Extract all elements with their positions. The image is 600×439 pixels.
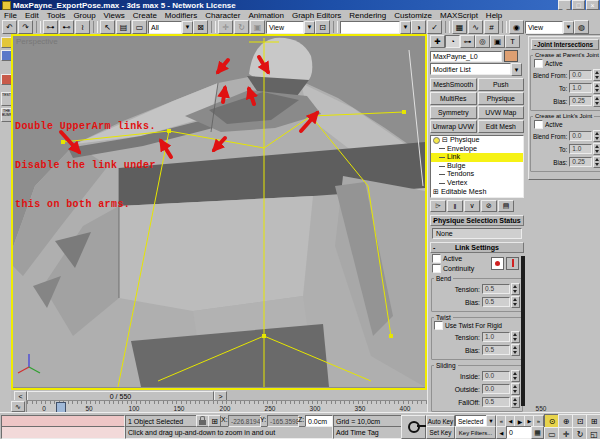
mini-curve-editor-icon[interactable]: ∿	[11, 401, 25, 412]
pin-stack-icon[interactable]: ⌲	[430, 200, 446, 212]
link-settings-rollout-header[interactable]: - Link Settings	[430, 242, 524, 253]
close-button[interactable]: ×	[586, 0, 599, 10]
spinner-icon[interactable]	[511, 344, 520, 356]
parent-blend-from-field[interactable]: 0.0	[569, 70, 592, 80]
selection-filter-arrow-icon[interactable]: ▼	[182, 21, 193, 34]
title-bar[interactable]: MaxPayne_ExportPose.max - 3ds max 5 - Ne…	[0, 0, 600, 10]
twist-bias-field[interactable]: 0.5	[482, 345, 510, 355]
stack-item-physique[interactable]: ⊟ Physique	[431, 136, 523, 145]
link-bias-field[interactable]: 0.25	[569, 157, 592, 167]
symmetry-button[interactable]: Symmetry	[430, 106, 477, 119]
render-type-dropdown[interactable]: View	[525, 21, 563, 34]
layer-manager-icon[interactable]: ▦	[452, 20, 467, 34]
select-and-rotate-icon[interactable]: ↻	[234, 20, 249, 34]
redo-icon[interactable]: ↷	[18, 20, 33, 34]
motion-tab-icon[interactable]: ◎	[475, 35, 490, 48]
mirror-icon[interactable]: ◑	[411, 20, 426, 34]
key-filters-button[interactable]: Key Filters...	[455, 426, 496, 439]
menu-edit[interactable]: Edit	[21, 11, 43, 20]
menu-graph-editors[interactable]: Graph Editors	[288, 11, 345, 20]
min-max-toggle-icon[interactable]: ◱	[586, 427, 600, 439]
select-and-link-icon[interactable]: ⊶	[43, 20, 58, 34]
utilities-tab-icon[interactable]: T	[505, 35, 520, 48]
command-panel-scrollbar[interactable]	[521, 256, 525, 406]
object-color-swatch[interactable]	[504, 50, 518, 62]
select-and-move-icon[interactable]: ✛	[218, 20, 233, 34]
unwrap-uvw-button[interactable]: Unwrap UVW	[430, 120, 477, 133]
use-pivot-point-icon[interactable]: ⊡	[315, 20, 330, 34]
viewport-label[interactable]: Perspective	[16, 37, 58, 46]
time-configuration-icon[interactable]: ▦	[531, 426, 544, 439]
link-bone-icon[interactable]	[506, 257, 519, 270]
stack-item-link[interactable]: Link	[431, 153, 523, 162]
show-end-result-icon[interactable]: ‖	[447, 200, 463, 212]
window-crossing-icon[interactable]: ⊠	[193, 20, 208, 34]
use-twist-checkbox[interactable]	[434, 321, 443, 330]
named-selection-dropdown[interactable]	[340, 21, 400, 34]
link-active-row[interactable]: Active	[534, 120, 600, 129]
spinner-icon[interactable]	[511, 296, 520, 308]
z-coordinate-field[interactable]: 0.0cm	[305, 415, 333, 427]
render-type-arrow-icon[interactable]: ▼	[563, 21, 574, 34]
menu-file[interactable]: File	[0, 11, 21, 20]
selection-status-rollout-header[interactable]: - Physique Selection Status	[430, 215, 524, 226]
spinner-icon[interactable]	[593, 143, 600, 155]
x-coordinate-field[interactable]: -226.8194	[228, 415, 261, 427]
selection-filter-dropdown[interactable]: All	[148, 21, 182, 34]
sliding-inside-field[interactable]: 0.0	[482, 371, 510, 381]
collapsed-icon[interactable]: ⊞	[433, 188, 439, 197]
menu-create[interactable]: Create	[129, 11, 161, 20]
stack-item-tendons[interactable]: Tendons	[431, 170, 523, 179]
create-tab-icon[interactable]: ✚	[430, 35, 445, 48]
unlink-selection-icon[interactable]: ⊷	[59, 20, 74, 34]
spinner-icon[interactable]	[511, 370, 520, 382]
menu-rendering[interactable]: Rendering	[345, 11, 390, 20]
spinner-icon[interactable]	[593, 95, 600, 107]
menu-tools[interactable]: Tools	[43, 11, 70, 20]
continuity-checkbox[interactable]	[432, 264, 441, 273]
spinner-icon[interactable]	[593, 82, 600, 94]
bind-to-space-warp-icon[interactable]: ≀	[75, 20, 90, 34]
push-button[interactable]: Push	[478, 78, 525, 91]
perspective-viewport[interactable]: Perspective Double UpperArm links. Disab…	[11, 34, 427, 390]
link-active-checkbox[interactable]	[534, 120, 543, 129]
bend-bias-field[interactable]: 0.5	[482, 297, 510, 307]
set-key-button[interactable]: Set Key	[426, 426, 455, 439]
maxscript-listener-white[interactable]	[1, 426, 125, 439]
bend-tension-field[interactable]: 0.5	[482, 284, 510, 294]
stack-item-envelope[interactable]: Envelope	[431, 145, 523, 154]
twist-tension-field[interactable]: 1.0	[482, 332, 510, 342]
add-time-tag[interactable]: Add Time Tag	[333, 426, 403, 439]
reference-coordinate-arrow-icon[interactable]: ▼	[304, 21, 315, 34]
link-to-field[interactable]: 1.0	[569, 144, 592, 154]
menu-group[interactable]: Group	[69, 11, 99, 20]
select-and-scale-icon[interactable]: ▣	[250, 20, 265, 34]
undo-icon[interactable]: ↶	[2, 20, 17, 34]
object-name-field[interactable]: MaxPayne_L0	[430, 51, 502, 62]
spinner-icon[interactable]	[593, 130, 600, 142]
make-unique-icon[interactable]: ∨	[464, 200, 480, 212]
stack-item-editable-mesh[interactable]: ⊞ Editable Mesh	[431, 188, 523, 197]
active-checkbox[interactable]	[432, 254, 441, 263]
modifier-list-arrow-icon[interactable]: ▼	[511, 63, 522, 76]
menu-help[interactable]: Help	[482, 11, 506, 20]
modifier-list-dropdown[interactable]: Modifier List	[430, 63, 511, 75]
select-object-icon[interactable]: ↖	[100, 20, 115, 34]
schematic-view-icon[interactable]: #	[484, 20, 499, 34]
maximize-button[interactable]: □	[572, 0, 585, 10]
menu-animation[interactable]: Animation	[244, 11, 288, 20]
uvw-map-button[interactable]: UVW Map	[478, 106, 525, 119]
curve-editor-icon[interactable]: ∿	[468, 20, 483, 34]
sliding-outside-field[interactable]: 0.0	[482, 384, 510, 394]
spinner-icon[interactable]	[593, 69, 600, 81]
reflector-icon[interactable]	[491, 257, 504, 270]
absolute-mode-icon[interactable]: ⊞	[208, 415, 221, 427]
link-blend-from-field[interactable]: 0.0	[569, 131, 592, 141]
menu-views[interactable]: Views	[100, 11, 129, 20]
menu-customize[interactable]: Customize	[390, 11, 436, 20]
quick-render-icon[interactable]: ◍	[574, 20, 589, 34]
use-twist-checkbox-row[interactable]: Use Twist For Rigid	[434, 321, 520, 330]
sliding-falloff-field[interactable]: 0.5	[482, 397, 510, 407]
current-frame-field[interactable]: 0	[506, 426, 534, 439]
modify-tab-icon[interactable]: ◔	[445, 35, 460, 48]
